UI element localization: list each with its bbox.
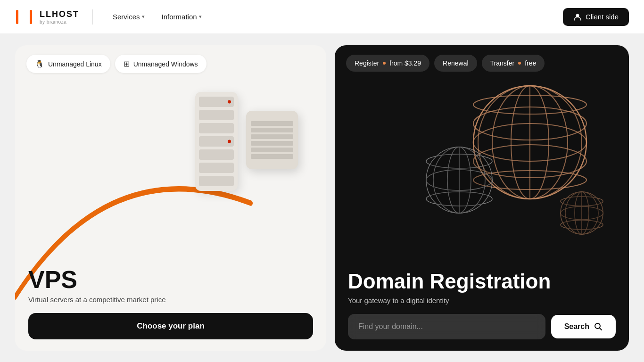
nav-services[interactable]: Services ▾: [106, 9, 151, 25]
logo-sub: by brainoza: [40, 19, 79, 25]
tab-linux-label: Unmanaged Linux: [48, 60, 102, 68]
vps-bottom: VPS Virtual servers at a competitive mar…: [15, 254, 326, 351]
vps-subtitle: Virtual servers at a competitive market …: [28, 296, 313, 304]
domain-search-row: Search: [348, 314, 616, 339]
transfer-dot-icon: [518, 62, 521, 65]
svg-rect-1: [30, 10, 32, 24]
svg-line-31: [600, 328, 602, 330]
domain-subtitle: Your gateway to a digital identity: [348, 296, 616, 304]
domain-card: Register from $3.29 Renewal Transfer fre…: [335, 45, 629, 351]
transfer-price: free: [525, 59, 536, 67]
information-label: Information: [162, 13, 197, 21]
tab-windows-label: Unmanaged Windows: [133, 60, 198, 68]
domain-bottom: Domain Registration Your gateway to a di…: [335, 257, 629, 351]
tag-register[interactable]: Register from $3.29: [346, 55, 429, 72]
tab-unmanaged-windows[interactable]: ⊞ Unmanaged Windows: [115, 55, 206, 73]
vps-card: 🐧 Unmanaged Linux ⊞ Unmanaged Windows: [15, 45, 326, 351]
svg-point-21: [426, 147, 492, 213]
logo-area[interactable]: LLHOST by brainoza: [15, 8, 79, 26]
svg-point-29: [561, 192, 603, 234]
client-side-label: Client side: [586, 13, 619, 21]
logo-name: LLHOST: [40, 9, 79, 19]
renewal-label: Renewal: [443, 59, 468, 67]
search-label: Search: [564, 322, 589, 331]
tag-transfer[interactable]: Transfer free: [482, 55, 545, 72]
nav-divider: [92, 9, 93, 25]
logo-icon: [15, 8, 33, 26]
choose-plan-button[interactable]: Choose your plan: [28, 313, 313, 339]
person-icon: [573, 13, 582, 21]
search-button[interactable]: Search: [551, 315, 616, 338]
navbar: LLHOST by brainoza Services ▾ Informatio…: [0, 0, 644, 34]
domain-title: Domain Registration: [348, 270, 616, 293]
vps-tabs: 🐧 Unmanaged Linux ⊞ Unmanaged Windows: [15, 45, 326, 82]
information-chevron-icon: ▾: [199, 14, 202, 20]
search-icon: [594, 322, 603, 331]
tab-unmanaged-linux[interactable]: 🐧 Unmanaged Linux: [26, 55, 110, 73]
linux-icon: 🐧: [35, 59, 44, 68]
domain-tags: Register from $3.29 Renewal Transfer fre…: [335, 45, 629, 81]
nav-information[interactable]: Information ▾: [155, 9, 208, 25]
domain-search-input[interactable]: [348, 314, 545, 339]
services-label: Services: [113, 13, 140, 21]
transfer-label: Transfer: [490, 59, 515, 67]
tag-renewal[interactable]: Renewal: [434, 55, 477, 72]
register-dot-icon: [383, 62, 386, 65]
main-content: 🐧 Unmanaged Linux ⊞ Unmanaged Windows: [0, 34, 644, 362]
register-label: Register: [355, 59, 379, 67]
globe-visual-icon: [421, 67, 619, 265]
vps-title: VPS: [28, 267, 313, 292]
services-chevron-icon: ▾: [142, 14, 145, 20]
windows-icon: ⊞: [124, 59, 130, 68]
logo-text: LLHOST by brainoza: [40, 9, 79, 25]
client-side-button[interactable]: Client side: [563, 8, 629, 26]
svg-rect-0: [16, 10, 18, 24]
nav-links: Services ▾ Information ▾: [106, 9, 208, 25]
register-price: from $3.29: [389, 59, 421, 67]
